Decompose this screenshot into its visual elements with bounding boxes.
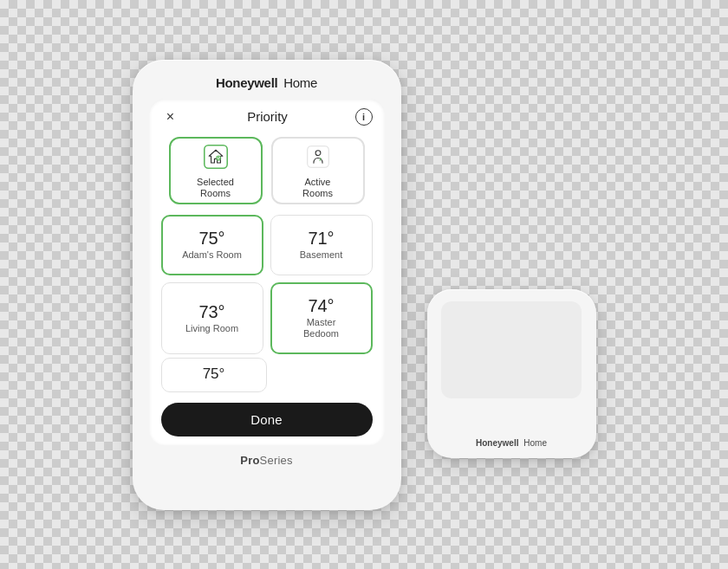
room-master-temp: 74°: [308, 296, 334, 315]
room-basement-temp: 71°: [308, 229, 334, 248]
room-grid: 75° Adam's Room 71° Basement 73° Living …: [149, 211, 385, 358]
thermostat-screen: × Priority i: [149, 99, 385, 445]
screen-title: Priority: [180, 109, 355, 124]
person-icon: [302, 141, 334, 172]
room-living-name: Living Room: [185, 323, 238, 334]
room-basement[interactable]: 71° Basement: [270, 215, 373, 275]
pro-text: Pro: [240, 454, 259, 467]
svg-rect-0: [204, 145, 226, 168]
sensor-brand-home: Home: [522, 438, 547, 448]
done-button[interactable]: Done: [161, 403, 373, 436]
sensor-device: Honeywell Home: [427, 289, 596, 458]
mode-selected-rooms-label: SelectedRooms: [197, 177, 234, 199]
mode-row: SelectedRooms ActiveRooms: [149, 132, 385, 211]
room-adams-name: Adam's Room: [182, 249, 242, 261]
done-area: Done: [149, 396, 385, 445]
room-partial[interactable]: 75°: [161, 358, 267, 392]
info-button[interactable]: i: [355, 108, 373, 126]
mode-active-rooms-label: ActiveRooms: [302, 177, 333, 199]
room-living-temp: 73°: [198, 302, 224, 321]
room-master-bedroom[interactable]: 74° MasterBedoom: [270, 282, 373, 354]
mode-active-rooms[interactable]: ActiveRooms: [271, 137, 365, 204]
house-icon: [200, 141, 231, 172]
room-adams-room[interactable]: 75° Adam's Room: [161, 215, 263, 275]
proseries-label: ProSeries: [240, 454, 292, 467]
room-basement-name: Basement: [300, 249, 343, 261]
sensor-brand: Honeywell Home: [476, 438, 547, 448]
brand-home-text: Home: [280, 75, 317, 90]
room-living-room[interactable]: 73° Living Room: [161, 282, 263, 354]
svg-rect-2: [307, 146, 328, 168]
room-partial-temp: 75°: [203, 366, 225, 383]
room-adams-temp: 75°: [198, 229, 224, 248]
series-text: Series: [260, 454, 293, 467]
scene: Honeywell Home × Priority i: [115, 42, 614, 527]
sensor-brand-honeywell: Honeywell: [476, 438, 518, 448]
close-button[interactable]: ×: [161, 107, 180, 126]
screen-header: × Priority i: [149, 99, 385, 132]
sensor-screen: [441, 301, 582, 398]
room-master-name: MasterBedoom: [303, 317, 339, 339]
brand-honeywell-text: Honeywell: [216, 75, 278, 90]
mode-selected-rooms[interactable]: SelectedRooms: [169, 137, 263, 204]
thermostat-brand: Honeywell Home: [216, 75, 317, 90]
thermostat-device: Honeywell Home × Priority i: [133, 60, 401, 510]
